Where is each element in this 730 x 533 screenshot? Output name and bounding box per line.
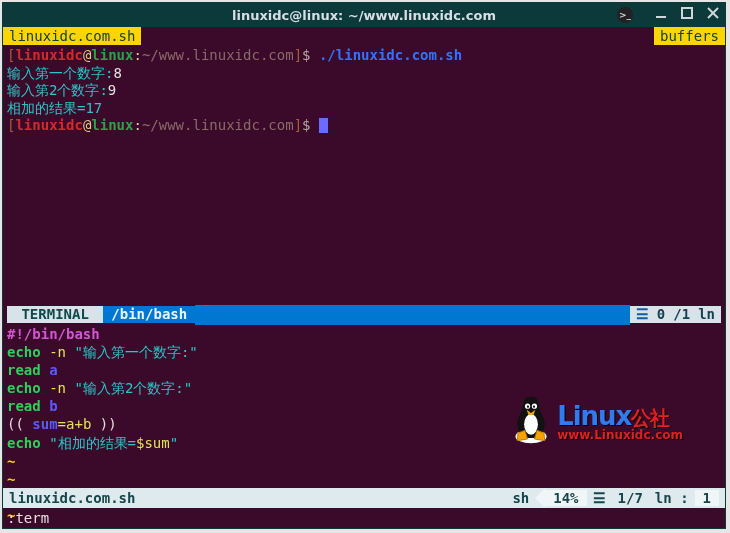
code-line: echo -n "输入第一个数字:"	[7, 343, 721, 361]
window-controls	[653, 5, 721, 21]
hamburger-icon: ☰	[587, 490, 612, 506]
flag: -n	[49, 344, 66, 360]
output-text: 输入第一个数字:	[7, 65, 113, 81]
terminal-line: 输入第2个数字:9	[7, 82, 721, 100]
prompt-host: linux	[91, 47, 133, 63]
output-text: 相加的结果=17	[7, 100, 102, 116]
code-line: echo -n "输入第2个数字:"	[7, 379, 721, 397]
paren: ((	[7, 416, 24, 432]
status-ln: ln	[698, 306, 715, 324]
status-path: /bin/bash	[103, 306, 195, 324]
prompt-user: linuxidc	[15, 117, 82, 133]
tab-file[interactable]: linuxidc.com.sh	[3, 27, 141, 45]
status-ln: ln :	[649, 490, 695, 506]
kw-echo: echo	[7, 344, 41, 360]
bracket: ]	[294, 117, 302, 133]
output-text: 输入第2个数字:	[7, 82, 108, 98]
status-num: 0	[657, 306, 665, 324]
output-text: 8	[113, 65, 121, 81]
command-line[interactable]: :term	[3, 508, 725, 528]
hamburger-icon: ☰	[636, 306, 649, 324]
var-ref: $sum	[136, 435, 170, 451]
status-num: /1	[673, 306, 690, 324]
code-line: read a	[7, 361, 721, 379]
empty-line: ~	[7, 452, 721, 470]
minimize-button[interactable]	[653, 5, 669, 21]
prompt-path: ~/www.linuxidc.com	[142, 117, 294, 133]
terminal-line: 相加的结果=17	[7, 100, 721, 118]
maximize-button[interactable]	[679, 5, 695, 21]
titlebar: linuxidc@linux: ~/www.linuxidc.com >_	[3, 3, 725, 27]
bracket: ]	[294, 47, 302, 63]
prompt-host: linux	[91, 117, 133, 133]
window-title: linuxidc@linux: ~/www.linuxidc.com	[232, 8, 496, 23]
paren: ))	[100, 416, 117, 432]
tab-buffers[interactable]: buffers	[654, 27, 725, 45]
kw-read: read	[7, 362, 41, 378]
var: a	[49, 362, 57, 378]
string: "相加的结果=	[49, 435, 136, 451]
terminal-line: [linuxidc@linux:~/www.linuxidc.com]$	[7, 117, 721, 135]
status-percent: 14%	[545, 490, 586, 506]
terminal-pane[interactable]: [linuxidc@linux:~/www.linuxidc.com]$ ./l…	[3, 45, 725, 325]
cursor	[319, 118, 328, 133]
editor-status: linuxidc.com.sh sh 14% ☰ 1/7 ln : 1	[3, 488, 725, 508]
status-filetype: sh	[506, 490, 535, 506]
terminal-line: [linuxidc@linux:~/www.linuxidc.com]$ ./l…	[7, 47, 721, 65]
string: "输入第一个数字:"	[74, 344, 197, 360]
code-line: #!/bin/bash	[7, 325, 721, 343]
terminal-line: 输入第一个数字:8	[7, 65, 721, 83]
status-pos: 1/7	[612, 490, 649, 506]
var: b	[83, 416, 91, 432]
prompt-dollar: $	[302, 117, 310, 133]
mode-indicator: TERMINAL	[7, 306, 103, 324]
close-button[interactable]	[705, 5, 721, 21]
status-filename: linuxidc.com.sh	[9, 490, 135, 506]
tab-bar: linuxidc.com.sh buffers	[3, 27, 725, 45]
prompt-colon: :	[133, 47, 141, 63]
kw-echo: echo	[7, 380, 41, 396]
pane-status: TERMINAL /bin/bash ☰ 0 /1 ln	[7, 305, 721, 325]
code-line: echo "相加的结果=$sum"	[7, 434, 721, 452]
status-right: ☰ 0 /1 ln	[630, 306, 721, 324]
terminal-app-icon: >_	[617, 7, 633, 23]
code-line: read b	[7, 397, 721, 415]
string: "输入第2个数字:"	[74, 380, 192, 396]
prompt-path: ~/www.linuxidc.com	[142, 47, 294, 63]
string: "	[170, 435, 178, 451]
empty-line: ~	[7, 470, 721, 488]
code-line: (( sum=a+b ))	[7, 415, 721, 433]
prompt-colon: :	[133, 117, 141, 133]
kw-echo: echo	[7, 435, 41, 451]
flag: -n	[49, 380, 66, 396]
window: linuxidc@linux: ~/www.linuxidc.com >_ li…	[2, 2, 726, 529]
output-text: 9	[108, 82, 116, 98]
var: sum	[32, 416, 57, 432]
op: +	[74, 416, 82, 432]
var: b	[49, 398, 57, 414]
kw-read: read	[7, 398, 41, 414]
svg-rect-1	[682, 8, 692, 18]
command: ./linuxidc.com.sh	[319, 47, 462, 63]
status-col: 1	[695, 490, 719, 506]
prompt-dollar: $	[302, 47, 310, 63]
shebang: #!/bin/bash	[7, 326, 100, 342]
op: =	[58, 416, 66, 432]
prompt-user: linuxidc	[15, 47, 82, 63]
